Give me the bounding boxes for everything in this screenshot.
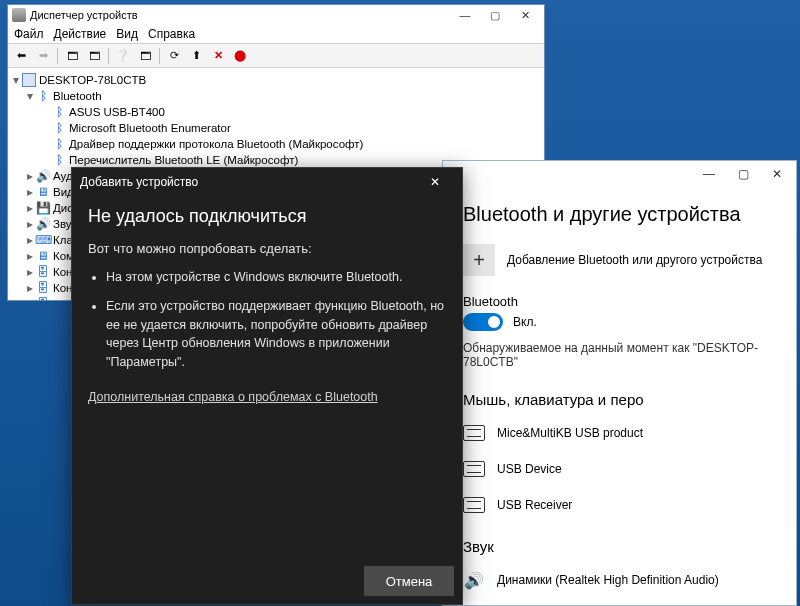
disable-icon[interactable]: ⬤ [230,46,250,66]
cancel-button[interactable]: Отмена [364,566,454,596]
menu-file[interactable]: Файл [14,27,44,41]
add-device-button[interactable]: + Добавление Bluetooth или другого устро… [463,244,774,276]
expand-icon[interactable]: ▸ [24,217,36,231]
devmgr-toolbar: ⬅ ➡ 🗔 🗔 ❔ 🗔 ⟳ ⬆ ✕ ⬤ [8,44,544,68]
bluetooth-state: Вкл. [513,315,537,329]
category-icon: 🖥 [36,185,50,199]
minimize-button[interactable]: — [450,6,480,24]
suggestion-item: На этом устройстве с Windows включите Bl… [106,268,446,287]
bluetooth-icon: ᛒ [52,121,66,135]
device-item[interactable]: USB Receiver [463,490,774,520]
expand-icon[interactable]: ▸ [24,185,36,199]
category-icon: 🔊 [36,217,50,231]
category-icon: 🗄 [36,297,50,300]
back-button[interactable]: ⬅ [11,46,31,66]
keyboard-icon [463,497,485,513]
bluetooth-label: Bluetooth [463,294,774,309]
tool-icon[interactable]: 🗔 [62,46,82,66]
collapse-icon[interactable]: ▾ [10,73,22,87]
menu-help[interactable]: Справка [148,27,195,41]
devmgr-menubar: Файл Действие Вид Справка [8,25,544,44]
bluetooth-toggle-row: Вкл. [463,313,774,331]
tree-root[interactable]: ▾ DESKTOP-78L0CTB [10,72,542,88]
bluetooth-toggle[interactable] [463,313,503,331]
devmgr-title-text: Диспетчер устройств [30,9,138,21]
tree-item[interactable]: ᛒMicrosoft Bluetooth Enumerator [10,120,542,136]
settings-body: Bluetooth и другие устройства + Добавлен… [443,187,796,601]
bluetooth-icon: ᛒ [52,105,66,119]
forward-button[interactable]: ➡ [33,46,53,66]
modal-subheading: Вот что можно попробовать сделать: [88,241,446,256]
settings-window: — ▢ ✕ Bluetooth и другие устройства + До… [442,160,797,606]
collapse-icon[interactable]: ▾ [24,89,36,103]
settings-heading: Bluetooth и другие устройства [463,203,774,226]
keyboard-icon [463,461,485,477]
category-icon: 🗄 [36,281,50,295]
expand-icon[interactable]: ▸ [24,297,36,300]
category-icon: 🔊 [36,169,50,183]
app-icon [12,8,26,22]
bluetooth-icon: ᛒ [36,89,50,103]
expand-icon[interactable]: ▸ [24,169,36,183]
tool-icon[interactable]: 🗔 [84,46,104,66]
maximize-button[interactable]: ▢ [480,6,510,24]
expand-icon[interactable]: ▸ [24,281,36,295]
expand-icon[interactable]: ▸ [24,265,36,279]
menu-view[interactable]: Вид [116,27,138,41]
modal-close-button[interactable]: ✕ [416,168,454,196]
computer-icon [22,73,36,87]
bluetooth-icon: ᛒ [52,153,66,167]
tree-bluetooth[interactable]: ▾ ᛒ Bluetooth [10,88,542,104]
tool-icon[interactable]: ❔ [113,46,133,66]
category-icon: ⌨ [36,233,50,247]
bluetooth-label: Bluetooth [53,90,102,102]
modal-help-link[interactable]: Дополнительная справка о проблемах с Blu… [88,390,378,404]
sound-section-heading: Звук [463,538,774,555]
close-button[interactable]: ✕ [760,162,794,186]
mouse-section-heading: Мышь, клавиатура и перо [463,391,774,408]
device-item[interactable]: USB Device [463,454,774,484]
tool-icon[interactable]: 🗔 [135,46,155,66]
bluetooth-icon: ᛒ [52,137,66,151]
add-device-label: Добавление Bluetooth или другого устройс… [507,253,762,267]
modal-heading: Не удалось подключиться [88,206,446,227]
speaker-icon: 🔊 [463,571,485,590]
add-device-modal: Добавить устройство ✕ Не удалось подключ… [71,167,463,605]
category-icon: 🗄 [36,265,50,279]
category-icon: 💾 [36,201,50,215]
device-item[interactable]: 🔊Динамики (Realtek High Definition Audio… [463,565,774,595]
menu-action[interactable]: Действие [54,27,107,41]
tree-item[interactable]: ᛒASUS USB-BT400 [10,104,542,120]
keyboard-icon [463,425,485,441]
modal-footer: Отмена [72,558,462,604]
close-button[interactable]: ✕ [510,6,540,24]
tree-item[interactable]: ᛒДрайвер поддержки протокола Bluetooth (… [10,136,542,152]
minimize-button[interactable]: — [692,162,726,186]
modal-titlebar[interactable]: Добавить устройство ✕ [72,168,462,196]
plus-icon: + [463,244,495,276]
settings-titlebar[interactable]: — ▢ ✕ [443,161,796,187]
update-driver-icon[interactable]: ⬆ [186,46,206,66]
maximize-button[interactable]: ▢ [726,162,760,186]
expand-icon[interactable]: ▸ [24,201,36,215]
expand-icon[interactable]: ▸ [24,249,36,263]
devmgr-titlebar[interactable]: Диспетчер устройств — ▢ ✕ [8,5,544,25]
modal-body: Не удалось подключиться Вот что можно по… [72,196,462,558]
scan-hardware-icon[interactable]: ⟳ [164,46,184,66]
modal-suggestions: На этом устройстве с Windows включите Bl… [88,268,446,372]
suggestion-item: Если это устройство поддерживает функцию… [106,297,446,372]
root-label: DESKTOP-78L0CTB [39,74,146,86]
device-item[interactable]: Mice&MultiKB USB product [463,418,774,448]
modal-title-text: Добавить устройство [80,175,198,189]
category-icon: 🖥 [36,249,50,263]
discoverable-text: Обнаруживаемое на данный момент как "DES… [463,341,774,369]
uninstall-icon[interactable]: ✕ [208,46,228,66]
